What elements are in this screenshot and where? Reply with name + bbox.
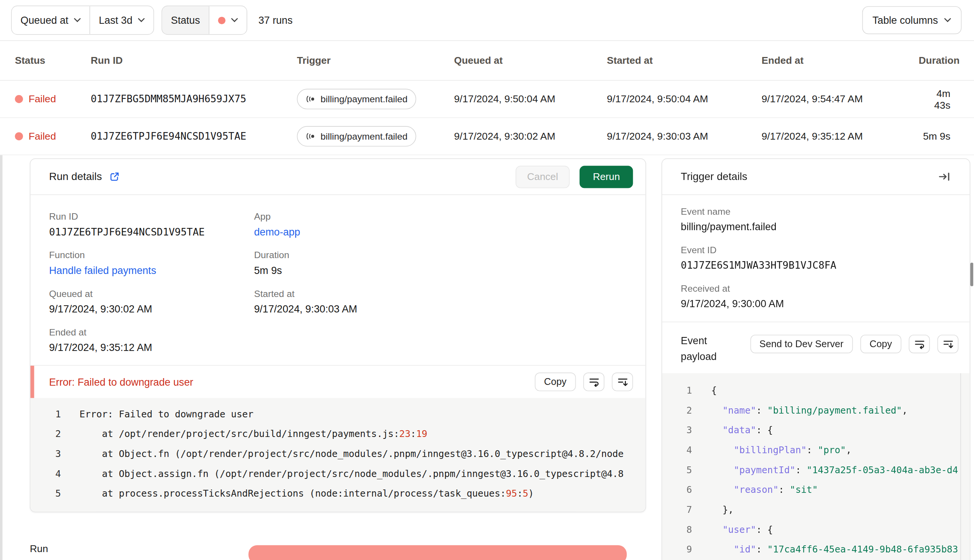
runs-count: 37 runs (258, 14, 293, 26)
rerun-button[interactable]: Rerun (580, 166, 633, 188)
column-header-started-at: Started at (607, 55, 762, 67)
external-link-icon[interactable] (110, 171, 120, 182)
error-stack-trace[interactable]: 1Error: Failed to downgrade user2 at /op… (30, 398, 645, 512)
code-line: 6 "reason": "sit" (662, 480, 969, 500)
queued-at-cell: 9/17/2024, 9:50:04 AM (454, 93, 607, 105)
code-text: }, (711, 500, 959, 520)
column-header-run-id: Run ID (91, 55, 297, 67)
copy-payload-button[interactable]: Copy (861, 335, 902, 353)
trigger-cell: billing/payment.failed (297, 126, 454, 147)
queued-at-value: 9/17/2024, 9:30:02 AM (49, 303, 254, 315)
trigger-details-fields: Event name billing/payment.failed Event … (662, 195, 969, 322)
event-name-label: Event name (680, 206, 951, 217)
line-number: 9 (680, 540, 692, 560)
time-range-label: Last 3d (99, 14, 132, 26)
field-run-id: Run ID 01J7ZE6TPJF6E94NCSD1V95TAE (49, 211, 254, 238)
run-details-header: Run details Cancel Rerun (30, 159, 645, 195)
failed-status-dot-icon (15, 95, 23, 103)
table-columns-label: Table columns (872, 14, 938, 26)
event-payload-actions: Send to Dev Server Copy (750, 335, 959, 373)
code-text: "name": "billing/payment.failed", (711, 400, 959, 420)
trigger-pill[interactable]: billing/payment.failed (297, 89, 416, 109)
app-window: Queued at Last 3d Status 37 runs (0, 0, 974, 560)
field-event-id: Event ID 01J7ZE6S1MJWA33HT9B1VJC8FA (680, 245, 951, 271)
code-line: 4 at Object.assign.fn (/opt/render/proje… (30, 464, 645, 484)
queued-at-cell: 9/17/2024, 9:30:02 AM (454, 130, 607, 142)
run-details-panel: Run details Cancel Rerun Run ID 01J7ZE6T… (30, 158, 646, 512)
copy-error-button[interactable]: Copy (535, 372, 576, 391)
trigger-name: billing/payment.failed (320, 93, 408, 104)
run-timeline-bar[interactable] (249, 545, 627, 560)
table-row[interactable]: Failed01J7ZFBG5DMM85MJA9H659JX75billing/… (0, 81, 974, 118)
error-output-block: Error: Failed to downgrade user Copy 1Er… (30, 365, 645, 512)
table-columns-button[interactable]: Table columns (862, 6, 962, 34)
event-payload-title: Event payload (680, 332, 736, 373)
table-row[interactable]: Failed01J7ZE6TPJF6E94NCSD1V95TAEbilling/… (0, 118, 974, 155)
scroll-to-bottom-button[interactable] (612, 372, 633, 391)
column-header-status: Status (15, 55, 91, 67)
code-line: 2 at /opt/render/project/src/build/innge… (30, 424, 645, 444)
code-text: at /opt/render/project/src/build/inngest… (80, 424, 645, 444)
chevron-down-icon (231, 18, 238, 23)
code-text: Error: Failed to downgrade user (80, 404, 645, 424)
time-range-filter-button[interactable]: Last 3d (90, 6, 153, 34)
run-id-label: Run ID (49, 211, 254, 222)
event-trigger-icon (306, 132, 315, 140)
column-header-trigger: Trigger (297, 55, 454, 67)
queued-at-label: Queued at (49, 288, 254, 298)
field-duration: Duration 5m 9s (254, 250, 627, 276)
queued-at-filter-button[interactable]: Queued at (12, 6, 90, 34)
scroll-to-bottom-button[interactable] (937, 335, 959, 353)
ended-at-cell: 9/17/2024, 9:54:47 AM (761, 93, 919, 105)
event-payload-json[interactable]: 1{2 "name": "billing/payment.failed",3 "… (662, 373, 969, 560)
status-filter-value-button[interactable] (209, 6, 247, 34)
trigger-pill[interactable]: billing/payment.failed (297, 126, 416, 147)
event-name-value: billing/payment.failed (680, 221, 951, 233)
runs-table-header: Status Run ID Trigger Queued at Started … (0, 41, 974, 81)
payload-scrollbar-track[interactable] (961, 373, 961, 560)
error-header: Error: Failed to downgrade user Copy (30, 366, 645, 398)
line-number: 1 (55, 404, 79, 424)
field-ended-at: Ended at 9/17/2024, 9:35:12 AM (49, 327, 627, 353)
line-number: 6 (680, 480, 692, 500)
code-text: { (711, 381, 959, 401)
code-text: at process.processTicksAndRejections (no… (80, 484, 645, 504)
event-id-label: Event ID (680, 245, 951, 255)
line-number: 4 (680, 440, 692, 460)
word-wrap-toggle-button[interactable] (909, 335, 930, 353)
function-label: Function (49, 250, 254, 260)
chevron-down-icon (138, 18, 145, 23)
event-payload-header: Event payload Send to Dev Server Copy (662, 322, 969, 373)
code-text: "id": "17ca4ff6-45ea-4149-9b48-6fa935b83… (711, 540, 959, 560)
duration-value: 5m 9s (254, 265, 627, 276)
code-line: 5 at process.processTicksAndRejections (… (30, 484, 645, 504)
ended-at-label: Ended at (49, 327, 627, 337)
line-number: 2 (55, 424, 79, 444)
code-line: 9 "id": "17ca4ff6-45ea-4149-9b48-6fa935b… (662, 540, 969, 560)
code-text: "user": { (711, 520, 959, 540)
code-text: at Object.fn (/opt/render/project/src/no… (80, 444, 645, 464)
status-cell: Failed (15, 130, 91, 142)
code-line: 1Error: Failed to downgrade user (30, 404, 645, 424)
field-received-at: Received at 9/17/2024, 9:30:00 AM (680, 283, 951, 310)
line-number: 5 (680, 460, 692, 480)
function-link[interactable]: Handle failed payments (49, 265, 156, 276)
page-scrollbar-thumb[interactable] (970, 263, 973, 287)
chevron-down-icon (944, 18, 951, 23)
received-at-label: Received at (680, 283, 951, 293)
trigger-name: billing/payment.failed (320, 131, 408, 142)
status-cell: Failed (15, 93, 91, 105)
send-to-dev-server-button[interactable]: Send to Dev Server (750, 335, 853, 353)
cancel-button[interactable]: Cancel (515, 166, 570, 188)
trigger-details-title: Trigger details (680, 170, 747, 183)
collapse-panel-icon[interactable] (934, 167, 955, 186)
word-wrap-toggle-button[interactable] (583, 372, 604, 391)
run-id-cell: 01J7ZFBG5DMM85MJA9H659JX75 (91, 93, 297, 105)
started-at-value: 9/17/2024, 9:30:03 AM (254, 303, 627, 315)
run-id-cell: 01J7ZE6TPJF6E94NCSD1V95TAE (91, 130, 297, 142)
line-number: 5 (55, 484, 79, 504)
code-text: at Object.assign.fn (/opt/render/project… (80, 464, 645, 484)
code-text: "paymentId": "1437a25f-05a3-404a-ab3e-d4… (711, 460, 959, 480)
run-details-title: Run details (49, 170, 102, 183)
app-link[interactable]: demo-app (254, 226, 300, 237)
